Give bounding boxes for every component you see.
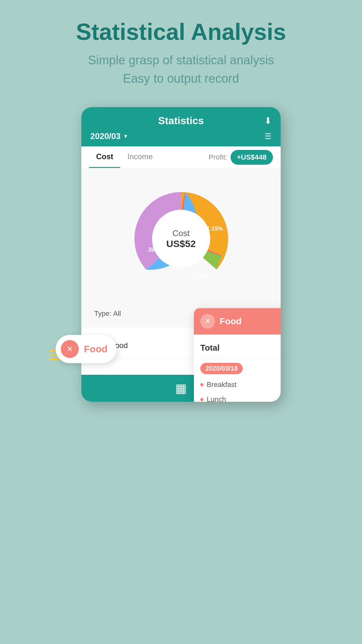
food-label-icon: ✕ [61,340,79,358]
meal-row-breakfast: Breakfast US$5 [200,377,281,392]
filter-icon[interactable]: ☰ [265,132,272,141]
tabs-bar: Cost Income Profit: +US$448 [81,146,281,168]
tab-cost[interactable]: Cost [89,146,120,168]
svg-text:3.85%: 3.85% [182,220,199,226]
meal-dot-2 [200,398,204,401]
meal-row-lunch: Lunch US$6 [200,392,281,402]
food-label-card: ✕ Food [56,335,116,363]
food-label-text: Food [84,344,107,354]
food-panel-body: Total US$11 2020/03/18 US$11 Breakfast U… [194,335,281,402]
header-title: Statistics [158,115,204,127]
food-panel-header: ✕ Food Date Item ⇅ [194,308,281,335]
total-label: Total [200,343,220,353]
chart-area: 38.46% 21.15% 17.31% 3.85% Cost US$52 Ty… [81,168,281,327]
svg-text:38.46%: 38.46% [148,246,167,253]
date-arrow-icon: ▼ [123,133,128,139]
food-panel-icon: ✕ [200,314,215,329]
date-group-header: 2020/03/18 US$11 [200,358,281,377]
download-icon[interactable]: ⬇ [264,115,272,126]
meal-dot [200,383,204,386]
date-selector[interactable]: 2020/03 ▼ [90,131,128,141]
page-subtitle: Simple grasp of statistical analysis Eas… [88,51,274,88]
meal-name-breakfast: Breakfast [207,381,237,389]
food-panel-title: Food [220,316,281,327]
profit-badge: +US$448 [231,150,273,165]
donut-center: Cost US$52 [166,228,196,249]
svg-text:17.31%: 17.31% [190,272,209,279]
date-badge: 2020/03/18 [200,363,243,374]
meal-name-lunch: Lunch [207,395,226,402]
donut-chart: 38.46% 21.15% 17.31% 3.85% Cost US$52 [120,178,242,300]
tab-income[interactable]: Income [120,146,160,168]
total-row: Total US$11 [200,340,281,358]
food-panel: ✕ Food Date Item ⇅ Total US$11 [194,308,281,402]
svg-text:21.15%: 21.15% [203,225,223,232]
profit-label: Profit: [209,153,227,161]
page-title: Statistical Analysis [76,19,286,45]
app-header: Statistics ⬇ 2020/03 ▼ ☰ [81,107,281,146]
calculator-icon: ▦ [175,381,187,395]
